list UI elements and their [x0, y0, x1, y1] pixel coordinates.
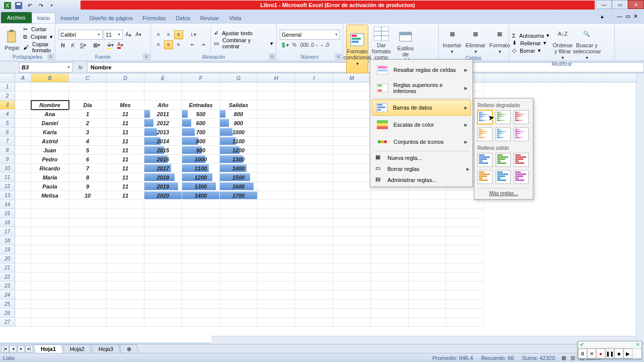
data-bar-style[interactable] — [477, 127, 493, 141]
row-header[interactable]: 3 — [0, 101, 15, 110]
cell[interactable] — [295, 209, 333, 218]
cell[interactable] — [182, 236, 220, 245]
cell[interactable]: 11 — [107, 146, 144, 155]
cell[interactable] — [15, 92, 31, 101]
cell[interactable] — [409, 191, 446, 200]
cell[interactable]: 2013 — [144, 128, 182, 137]
cell[interactable] — [182, 300, 220, 309]
new-sheet-button[interactable]: ⊕ — [120, 344, 139, 353]
number-format-dropdown[interactable]: General▼ — [280, 30, 340, 40]
cell[interactable]: Año — [144, 101, 182, 110]
decrease-font-icon[interactable]: A▾ — [134, 30, 143, 39]
column-header[interactable]: A — [15, 73, 31, 82]
cell[interactable]: Juan — [31, 146, 69, 155]
data-bar-style[interactable] — [496, 153, 511, 167]
cell[interactable] — [409, 245, 446, 254]
cell[interactable]: 3 — [69, 128, 107, 137]
cell[interactable] — [220, 245, 258, 254]
cell[interactable] — [409, 300, 446, 309]
cell[interactable] — [446, 245, 484, 254]
close-button[interactable]: ✕ — [628, 0, 644, 9]
borders-button[interactable]: ▦▾ — [92, 41, 101, 50]
cell[interactable] — [31, 318, 69, 327]
cell[interactable] — [258, 291, 295, 300]
cell[interactable] — [295, 101, 333, 110]
cell[interactable] — [107, 254, 144, 263]
cell[interactable] — [144, 82, 182, 92]
cell[interactable]: 1400 — [220, 164, 258, 173]
tab-vista[interactable]: Vista — [224, 13, 246, 23]
decrease-indent-icon[interactable]: ⇤ — [188, 40, 197, 49]
view-layout-icon[interactable]: ▥ — [568, 353, 577, 363]
cell[interactable] — [258, 182, 295, 191]
cell[interactable] — [409, 291, 446, 300]
cell[interactable]: Karla — [31, 128, 69, 137]
cell[interactable] — [220, 218, 258, 227]
merge-center-button[interactable]: ▭ Combinar y centrar ▾ — [214, 37, 273, 49]
tab-insertar[interactable]: Insertar — [55, 13, 84, 23]
insert-cells-button[interactable]: ▦Insertar▾ — [442, 25, 462, 55]
cell[interactable] — [144, 92, 182, 101]
align-right-icon[interactable]: ≡ — [174, 40, 183, 49]
save-icon[interactable] — [14, 1, 23, 10]
align-bottom-icon[interactable]: ≡ — [174, 30, 183, 39]
cell[interactable] — [333, 191, 371, 200]
cell[interactable]: 1600 — [220, 182, 258, 191]
row-header[interactable]: 23 — [0, 282, 15, 291]
format-cells-button[interactable]: ▦Formato▾ — [489, 25, 511, 55]
cell[interactable] — [295, 200, 333, 209]
cell[interactable]: María — [31, 173, 69, 182]
row-header[interactable]: 1 — [0, 82, 15, 92]
cell[interactable] — [371, 254, 409, 263]
column-header[interactable]: H — [258, 73, 295, 82]
cell[interactable] — [220, 92, 258, 101]
cell[interactable] — [258, 191, 295, 200]
cell[interactable] — [258, 218, 295, 227]
cell[interactable] — [446, 318, 484, 327]
cell[interactable] — [409, 282, 446, 291]
cell[interactable] — [220, 273, 258, 282]
cell[interactable] — [144, 263, 182, 273]
cell[interactable] — [107, 263, 144, 273]
cell[interactable]: 1300 — [220, 155, 258, 164]
cell[interactable] — [333, 110, 371, 119]
bold-button[interactable]: N — [58, 41, 67, 50]
wbk-min-icon[interactable]: — — [617, 13, 622, 20]
row-header[interactable]: 15 — [0, 209, 15, 218]
cell[interactable] — [258, 254, 295, 263]
increase-indent-icon[interactable]: ⇥ — [198, 40, 207, 49]
row-header[interactable]: 5 — [0, 119, 15, 128]
cell[interactable] — [31, 263, 69, 273]
cell[interactable] — [333, 273, 371, 282]
delete-cells-button[interactable]: ▦Eliminar▾ — [464, 25, 487, 55]
cell[interactable] — [220, 263, 258, 273]
cell[interactable] — [295, 300, 333, 309]
accounting-icon[interactable]: 💲▾ — [280, 41, 289, 50]
cell[interactable]: 1100 — [182, 164, 220, 173]
cell[interactable] — [182, 218, 220, 227]
tab-formulas[interactable]: Fórmulas — [137, 13, 171, 23]
cell[interactable]: Día — [69, 101, 107, 110]
cell[interactable] — [107, 300, 144, 309]
cell[interactable] — [15, 82, 31, 92]
cell[interactable] — [69, 82, 107, 92]
cell[interactable]: Paola — [31, 182, 69, 191]
cell[interactable] — [333, 227, 371, 236]
data-bar-style[interactable] — [496, 127, 511, 141]
cell[interactable]: 11 — [107, 164, 144, 173]
cell[interactable] — [182, 309, 220, 318]
recorder-pause-icon[interactable]: ❚❚ — [605, 348, 614, 358]
cell[interactable] — [333, 182, 371, 191]
font-color-button[interactable]: A▾ — [116, 41, 125, 50]
cell[interactable] — [15, 146, 31, 155]
cell[interactable] — [220, 282, 258, 291]
cell[interactable]: 2019 — [144, 182, 182, 191]
wbk-max-icon[interactable]: ▭ — [625, 13, 630, 20]
cell[interactable]: 2 — [69, 119, 107, 128]
cell[interactable]: Astrid — [31, 137, 69, 146]
cell[interactable] — [69, 227, 107, 236]
recorder-cancel-icon[interactable]: ✕ — [587, 348, 596, 358]
row-header[interactable]: 22 — [0, 273, 15, 282]
cell[interactable]: 1300 — [182, 182, 220, 191]
cell[interactable] — [69, 200, 107, 209]
